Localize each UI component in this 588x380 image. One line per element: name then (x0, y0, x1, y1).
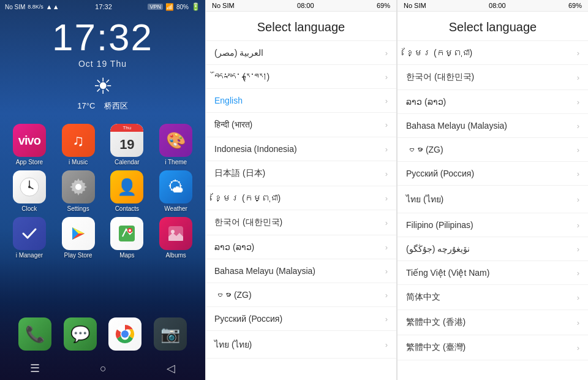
lang-item[interactable]: ລາວ (ລາວ) › (206, 235, 396, 259)
lang-item[interactable]: English › (206, 89, 396, 113)
lang-item-text: Русский (Россия) (406, 169, 474, 178)
lang-item[interactable]: हिन्दी (भारत) › (206, 113, 396, 137)
weather-widget: ☀ 17°C 桥西区 (0, 74, 205, 112)
chevron-right-icon: › (577, 48, 579, 58)
lang-item[interactable]: ไทย (ไทย) › (206, 331, 396, 359)
chevron-right-icon: › (385, 96, 388, 105)
app-icon-i music: ♫ (62, 124, 95, 157)
lang-item[interactable]: ខ្មែរ (កម្ពុជា) › (398, 41, 588, 65)
app-item-weather[interactable]: 🌤 Weather (154, 170, 198, 212)
app-item-contacts[interactable]: 👤 Contacts (105, 170, 149, 212)
app-item-albums[interactable]: Albums (154, 217, 198, 259)
chevron-right-icon: › (577, 169, 579, 178)
lang-list-right[interactable]: ខ្មែរ (កម្ពុជា) › 한국어 (대한민국) › ລາວ (ລາວ)… (398, 41, 588, 380)
app-label-maps: Maps (119, 252, 134, 259)
lang-item[interactable]: العربية (مصر) › (206, 41, 396, 65)
svg-point-7 (129, 229, 131, 232)
dock-item-camera[interactable]: 📷 (154, 317, 187, 351)
left-panel-carrier: No SIM (212, 2, 235, 9)
app-item-i-manager[interactable]: i Manager (7, 217, 51, 259)
app-item-app-store[interactable]: vivo App Store (7, 124, 51, 165)
weather-temp: 17°C (77, 101, 95, 110)
chevron-right-icon: › (577, 293, 579, 302)
app-label-calendar: Calendar (115, 159, 140, 165)
lang-item-text: ဗမာ (ZG) (214, 290, 252, 300)
lang-item-text: Indonesia (Indonesia) (214, 144, 297, 154)
lang-item-text: Bahasa Melayu (Malaysia) (406, 121, 507, 131)
lang-item[interactable]: ខ្មែរ (កម្ពុជា) › (206, 186, 396, 210)
lang-item[interactable]: Indonesia (Indonesia) › (206, 137, 396, 161)
chevron-right-icon: › (385, 145, 388, 154)
clock-date: Oct 19 Thu (0, 59, 205, 69)
weather-info: 17°C 桥西区 (0, 101, 205, 112)
lang-item[interactable]: ဗမာ (ZG) › (398, 138, 588, 162)
chevron-right-icon: › (385, 314, 388, 324)
lang-item[interactable]: Русский (Россия) › (398, 162, 588, 186)
app-label-i theme: i Theme (165, 159, 187, 165)
lang-item-text: English (214, 96, 243, 105)
weather-location: 桥西区 (104, 101, 128, 110)
lang-item-text: ខ្មែរ (កម្ពុជា) (406, 48, 472, 58)
vpn-label: VPN (148, 4, 163, 10)
phone-status-bar: No SIM 8.8K/s ▲▲ 17:32 VPN 📶 80% 🔋 (0, 0, 205, 13)
lang-item[interactable]: 简体中文 › (398, 285, 588, 310)
menu-button[interactable]: ☰ (30, 362, 40, 375)
app-icon-i manager (13, 217, 46, 250)
lang-item-text: 한국어 (대한민국) (406, 72, 474, 83)
lang-item[interactable]: Filipino (Pilipinas) › (398, 213, 588, 237)
lang-item[interactable]: Bahasa Melayu (Malaysia) › (206, 259, 396, 283)
lang-item[interactable]: ဗမာ (ZG) › (206, 283, 396, 307)
left-panel-battery: 69% (377, 2, 390, 9)
app-item-i-theme[interactable]: 🎨 i Theme (154, 124, 198, 165)
app-icon-i theme: 🎨 (159, 124, 192, 157)
lang-item[interactable]: Tiếng Việt (Việt Nam) › (398, 261, 588, 285)
app-item-play-store[interactable]: Play Store (56, 217, 100, 259)
lang-item-text: ไทย (ไทย) (406, 192, 443, 206)
right-panels: No SIM 08:00 69% Select language العربية… (205, 0, 588, 380)
lang-item[interactable]: 繁體中文 (香港) › (398, 310, 588, 335)
chevron-right-icon: › (385, 169, 388, 178)
lang-item-text: Русский (Россия) (214, 314, 282, 324)
lang-item[interactable]: ไทย (ไทย) › (398, 186, 588, 213)
signal-icon: ▲▲ (46, 3, 59, 10)
lang-item-text: ဗမာ (ZG) (406, 145, 443, 154)
app-item-settings[interactable]: Settings (56, 170, 100, 212)
lang-item[interactable]: Русский (Россия) › (206, 307, 396, 331)
back-button[interactable]: ◁ (167, 362, 175, 375)
app-item-i-music[interactable]: ♫ i Music (56, 124, 100, 165)
app-label-clock: Clock (21, 205, 37, 212)
lang-item-text: 繁體中文 (臺灣) (406, 342, 466, 353)
app-item-calendar[interactable]: Thu19 Calendar (105, 124, 149, 165)
dock-item-chrome[interactable] (108, 317, 141, 351)
home-button[interactable]: ○ (100, 362, 107, 375)
lang-item[interactable]: نۆيغۇرچە (جۇڭگو) › (398, 237, 588, 261)
status-time: 17:32 (95, 3, 112, 10)
lang-item[interactable]: 한국어 (대한민국) › (206, 210, 396, 235)
lang-item[interactable]: བོད་སྐད་ (རྒྱ་གར།) › (206, 65, 396, 89)
lang-item-text: ລາວ (ລາວ) (406, 97, 446, 107)
lang-item[interactable]: Bahasa Melayu (Malaysia) › (398, 114, 588, 138)
status-left: No SIM 8.8K/s ▲▲ (5, 3, 59, 10)
chevron-right-icon: › (385, 72, 388, 82)
dock-item-messages[interactable]: 💬 (64, 317, 97, 351)
home-indicator: ☰ ○ ◁ (0, 362, 205, 375)
dock-item-phone[interactable]: 📞 (18, 317, 51, 351)
lang-item[interactable]: 한국어 (대한민국) › (398, 65, 588, 90)
lang-item-text: 日本語 (日本) (214, 168, 265, 179)
weather-icon: ☀ (0, 74, 205, 99)
app-label-albums: Albums (165, 252, 186, 259)
app-label-i music: i Music (69, 159, 88, 165)
app-item-maps[interactable]: Maps (105, 217, 149, 259)
speed-label: 8.8K/s (28, 4, 43, 10)
carrier-label: No SIM (5, 4, 25, 10)
lang-item-text: བོད་སྐད་ (རྒྱ་གར།) (214, 72, 270, 82)
app-icon-maps (110, 217, 143, 250)
phone-panel: No SIM 8.8K/s ▲▲ 17:32 VPN 📶 80% 🔋 17:32… (0, 0, 205, 380)
lang-item-text: ไทย (ไทย) (214, 338, 252, 351)
lang-item[interactable]: ລາວ (ລາວ) › (398, 90, 588, 114)
app-icon-play store (62, 217, 95, 250)
lang-item[interactable]: 日本語 (日本) › (206, 161, 396, 186)
lang-list-left[interactable]: العربية (مصر) › བོད་སྐད་ (རྒྱ་གར།) › Eng… (206, 41, 396, 380)
app-item-clock[interactable]: Clock (7, 170, 51, 212)
lang-item[interactable]: 繁體中文 (臺灣) › (398, 335, 588, 360)
